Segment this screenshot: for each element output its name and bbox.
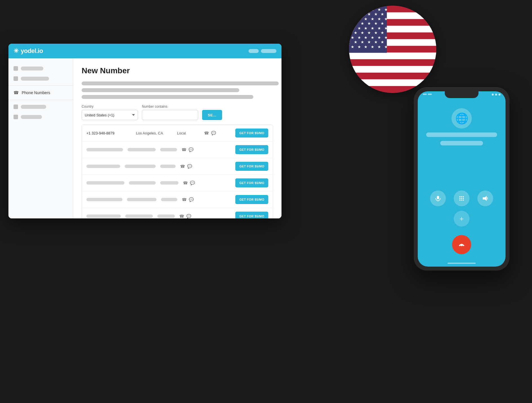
get-number-button-4[interactable]: GET FOR $5/MO [235,178,268,187]
filter-row: Country United States (+1) Number contai… [82,105,273,120]
svg-text:★: ★ [354,40,357,44]
sidebar-icon-4 [14,105,18,109]
svg-point-63 [461,196,462,197]
sidebar-icon-2 [14,76,18,81]
svg-text:★: ★ [381,40,384,44]
svg-text:★: ★ [384,26,388,30]
end-call-button[interactable] [452,235,471,254]
voice-icon: ☎ [183,181,188,185]
browser-tab1 [249,49,259,53]
svg-text:★: ★ [357,26,361,30]
speaker-button[interactable] [477,191,493,206]
svg-text:★: ★ [377,45,381,49]
browser-tab2 [261,49,276,53]
phone-screen: 🌐 [418,91,506,267]
table-row: ☎ 💬 GET FOR $5/MO [82,141,273,158]
voice-icon: ☎ [182,197,187,202]
sidebar-divider-1 [8,85,73,86]
country-select[interactable]: United States (+1) [82,110,138,120]
add-call-button[interactable]: + [454,211,470,227]
svg-text:★: ★ [361,40,364,44]
phone-text-bar-narrow [440,141,483,145]
voice-icon: ☎ [204,131,209,135]
svg-text:★: ★ [351,45,354,49]
svg-text:★: ★ [384,35,388,40]
get-number-button-2[interactable]: GET FOR $5/MO [235,145,268,154]
mic-button[interactable] [430,191,446,206]
svg-text:★: ★ [371,17,374,21]
sms-icon: 💬 [190,181,195,185]
table-row: ☎ 💬 GET FOR $5/MO [82,158,273,175]
country-filter-group: Country United States (+1) [82,105,138,120]
sidebar-item-1[interactable] [8,63,73,74]
sms-icon: 💬 [189,197,194,202]
sms-icon: 💬 [189,147,193,152]
svg-text:★: ★ [384,7,388,12]
table-row: ☎ 💬 GET FOR $5/MO [82,191,273,208]
get-number-button-6[interactable]: GET FOR $5/MO [235,212,268,218]
svg-text:★: ★ [361,30,364,35]
svg-point-68 [459,200,461,201]
number-contains-input[interactable] [142,110,198,120]
svg-text:★: ★ [357,17,361,21]
phone-capabilities: ☎ 💬 [183,181,200,185]
voice-icon: ☎ [182,147,186,152]
svg-text:★: ★ [364,35,368,40]
skeleton-location [125,214,153,218]
status-dot-1 [492,94,494,96]
desc-line-3 [82,95,253,99]
get-number-button-5[interactable]: GET FOR $5/MO [235,195,268,204]
skeleton-type [157,214,175,218]
phone-capabilities: ☎ 💬 [204,131,221,135]
svg-point-66 [461,198,462,199]
voice-icon: ☎ [180,164,185,169]
svg-rect-60 [437,196,439,199]
svg-text:★: ★ [367,40,371,44]
svg-text:★: ★ [371,7,374,12]
skeleton-number [86,181,124,185]
keypad-button[interactable] [454,191,470,206]
phone-icon: ☎ [14,90,19,95]
svg-text:★: ★ [374,21,378,26]
skeleton-number [86,198,122,201]
voice-icon: ☎ [179,214,184,218]
svg-text:★: ★ [367,21,371,26]
get-number-button-1[interactable]: GET FOR $5/MO [235,129,268,138]
get-number-button-3[interactable]: GET FOR $5/MO [235,162,268,171]
sidebar-label-1 [21,67,43,70]
skeleton-type [160,148,177,151]
svg-text:★: ★ [384,45,388,49]
svg-text:★: ★ [374,40,378,44]
svg-text:★: ★ [364,7,368,12]
svg-text:★: ★ [377,7,381,12]
phone-type: Local [177,131,200,135]
sidebar-item-4[interactable] [8,102,73,112]
svg-rect-7 [349,79,436,86]
desc-line-1 [82,81,279,85]
country-label: Country [82,105,138,108]
svg-point-70 [463,200,464,201]
sidebar: ☎ Phone Numbers [8,58,73,218]
globe-emoji: 🌐 [455,112,468,125]
svg-text:★: ★ [374,12,378,16]
desc-line-2 [82,88,239,92]
phone-capabilities: ☎ 💬 [179,214,196,218]
skeleton-type [161,198,177,201]
browser-body: ☎ Phone Numbers New Number [8,58,281,218]
signal-bar [423,94,427,95]
svg-text:★: ★ [357,7,361,12]
phone-location: Los Angeles, CA [136,131,173,135]
svg-text:★: ★ [361,12,364,16]
svg-text:★: ★ [357,35,361,40]
phone-number: +1 323-948-8879 [86,131,131,135]
svg-text:★: ★ [354,12,357,16]
svg-text:★: ★ [384,17,388,21]
number-contains-label: Number contains [142,105,198,108]
svg-text:★: ★ [374,30,378,35]
svg-point-62 [459,196,461,197]
status-dot-3 [499,94,500,96]
sidebar-item-phone-numbers[interactable]: ☎ Phone Numbers [8,87,73,98]
search-button[interactable]: SE... [202,110,222,120]
sidebar-item-2[interactable] [8,74,73,84]
sidebar-item-5[interactable] [8,112,73,122]
